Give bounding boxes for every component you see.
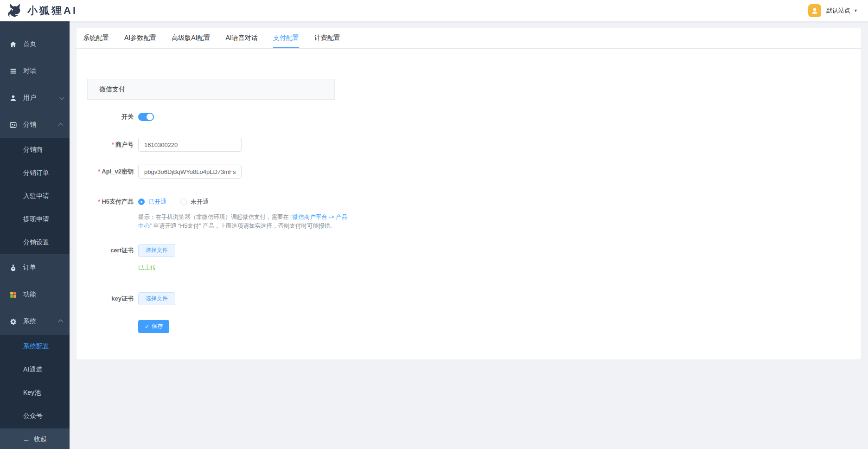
required-asterisk: * <box>98 168 100 175</box>
save-button-label: 保存 <box>152 322 163 330</box>
sidebar-item-ai-channel[interactable]: AI通道 <box>0 358 70 381</box>
sidebar-item-label: 用户 <box>23 94 36 102</box>
person-icon <box>811 6 819 15</box>
sidebar-collapse-button[interactable]: ← 收起 <box>0 429 70 449</box>
chat-lines-icon <box>9 67 17 75</box>
apiv2-label: *Api_v2密钥 <box>87 167 134 176</box>
system-gear-icon <box>9 318 17 326</box>
merchant-row: *商户号 <box>87 138 335 152</box>
sidebar-item-distribution-settings[interactable]: 分销设置 <box>0 231 70 254</box>
system-submenu: 系统配置 AI通道 Key池 公众号 <box>0 335 70 428</box>
required-asterisk: * <box>112 141 114 148</box>
key-row: key证书 选择文件 <box>87 292 335 305</box>
cert-label: cert证书 <box>87 246 134 255</box>
sidebar-item-label: 入驻申请 <box>23 192 49 200</box>
sidebar-item-label: 系统 <box>23 317 36 326</box>
radio-h5-disabled[interactable]: 未开通 <box>180 198 209 206</box>
distribution-submenu: 分销商 分销订单 入驻申请 提现申请 分销设置 <box>0 138 70 254</box>
tab-payment-config[interactable]: 支付配置 <box>273 28 299 48</box>
check-icon: ✓ <box>145 323 149 330</box>
sidebar-item-withdraw-applications[interactable]: 提现申请 <box>0 208 70 231</box>
radio-icon <box>138 199 145 205</box>
sidebar-item-label: 对话 <box>23 67 36 75</box>
cert-uploaded-status: 已上传 <box>138 263 335 272</box>
sidebar-item-label: 分销 <box>23 121 36 129</box>
site-name-label: 默认站点 <box>826 6 850 15</box>
apiv2-key-input[interactable] <box>138 165 242 179</box>
home-icon <box>9 40 17 48</box>
sidebar-item-features[interactable]: 功能 <box>0 281 70 308</box>
merchant-id-input[interactable] <box>138 138 242 152</box>
sidebar-item-label: 功能 <box>23 290 36 299</box>
sidebar-item-join-applications[interactable]: 入驻申请 <box>0 185 70 208</box>
switch-row: 开关 <box>87 110 335 124</box>
app-logo: 小狐狸AI <box>0 2 77 19</box>
sidebar-item-system[interactable]: 系统 <box>0 308 70 335</box>
arrow-left-icon: ← <box>23 435 30 443</box>
main-content-area: 系统配置 AI参数配置 高级版AI配置 AI语音对话 支付配置 计费配置 微信支… <box>70 21 868 449</box>
sidebar-item-users[interactable]: 用户 <box>0 84 70 111</box>
h5-label: *H5支付产品 <box>87 198 134 206</box>
chevron-up-icon <box>58 320 63 325</box>
collapse-label: 收起 <box>34 435 47 443</box>
sidebar-item-label: 订单 <box>23 263 36 272</box>
section-title: 微信支付 <box>99 85 125 94</box>
features-grid-icon <box>9 291 17 299</box>
sidebar-item-system-config[interactable]: 系统配置 <box>0 335 70 358</box>
h5-hint-text: 提示：在手机浏览器（非微信环境）调起微信支付，需要在 “微信商户平台 -> 产品… <box>138 213 350 231</box>
save-row: ✓ 保存 <box>138 320 335 333</box>
settings-tabs: 系统配置 AI参数配置 高级版AI配置 AI语音对话 支付配置 计费配置 <box>77 28 861 49</box>
save-button[interactable]: ✓ 保存 <box>138 320 169 333</box>
sidebar-item-distributors[interactable]: 分销商 <box>0 138 70 161</box>
key-label: key证书 <box>87 295 134 303</box>
tab-system-config[interactable]: 系统配置 <box>83 28 109 48</box>
sidebar-item-label: AI通道 <box>23 366 42 374</box>
sidebar-item-label: Key池 <box>23 389 41 397</box>
order-moneybag-icon <box>9 264 17 272</box>
chevron-down-icon <box>59 95 64 100</box>
sidebar-item-key-pool[interactable]: Key池 <box>0 381 70 404</box>
sidebar-item-official-account[interactable]: 公众号 <box>0 404 70 428</box>
cert-choose-file-button[interactable]: 选择文件 <box>138 244 175 257</box>
sidebar-item-distribution-orders[interactable]: 分销订单 <box>0 161 70 185</box>
tab-ai-params[interactable]: AI参数配置 <box>124 28 156 48</box>
sidebar-item-label: 分销订单 <box>23 169 49 177</box>
sidebar-item-chat[interactable]: 对话 <box>0 58 70 84</box>
avatar[interactable] <box>808 4 821 17</box>
h5-product-row: *H5支付产品 已开通 未开通 <box>87 197 335 206</box>
sidebar-item-home[interactable]: 首页 <box>0 31 70 58</box>
section-header-wechat-pay: 微信支付 <box>87 79 335 100</box>
apiv2-row: *Api_v2密钥 <box>87 165 335 179</box>
distribution-icon <box>9 121 17 129</box>
radio-label: 未开通 <box>191 198 209 206</box>
site-selector[interactable]: 默认站点 ▼ <box>808 4 868 17</box>
top-header: 小狐狸AI 默认站点 ▼ <box>0 0 868 21</box>
tab-advanced-ai[interactable]: 高级版AI配置 <box>172 28 210 48</box>
sidebar-item-label: 分销设置 <box>23 238 49 247</box>
app-title: 小狐狸AI <box>27 4 77 18</box>
radio-label: 已开通 <box>148 198 166 206</box>
sidebar-item-distribution[interactable]: 分销 <box>0 111 70 138</box>
sidebar-item-label: 系统配置 <box>23 342 49 351</box>
enable-toggle[interactable] <box>138 113 154 121</box>
required-asterisk: * <box>98 198 100 205</box>
tab-billing-config[interactable]: 计费配置 <box>314 28 340 48</box>
radio-h5-enabled[interactable]: 已开通 <box>138 198 166 206</box>
sidebar-item-label: 提现申请 <box>23 215 49 224</box>
settings-card: 系统配置 AI参数配置 高级版AI配置 AI语音对话 支付配置 计费配置 微信支… <box>77 28 861 359</box>
switch-label: 开关 <box>87 113 134 121</box>
key-choose-file-button[interactable]: 选择文件 <box>138 292 175 305</box>
user-icon <box>9 94 17 102</box>
chevron-up-icon <box>58 123 63 128</box>
sidebar-nav: 首页 对话 用户 分销 分销商 分销订单 入驻申请 提现申请 <box>0 21 70 449</box>
sidebar-item-label: 公众号 <box>23 412 43 420</box>
chevron-down-icon: ▼ <box>854 8 858 13</box>
wechat-pay-form: 微信支付 开关 *商户号 *Api_v2密钥 <box>87 79 335 333</box>
sidebar-item-label: 首页 <box>23 40 36 48</box>
tab-ai-voice[interactable]: AI语音对话 <box>225 28 257 48</box>
sidebar-item-label: 分销商 <box>23 146 43 154</box>
radio-icon <box>180 199 187 205</box>
cert-row: cert证书 选择文件 <box>87 244 335 257</box>
sidebar-item-orders[interactable]: 订单 <box>0 254 70 281</box>
fox-logo-icon <box>6 2 23 19</box>
